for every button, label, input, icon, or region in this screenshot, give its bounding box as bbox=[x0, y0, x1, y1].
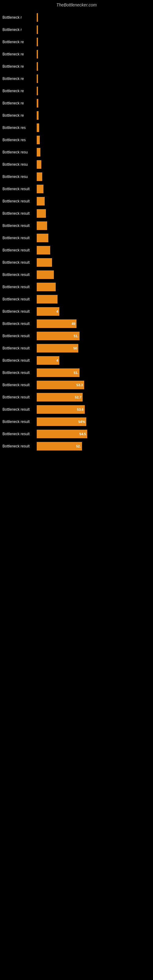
bar-label: Bottleneck result bbox=[0, 248, 37, 252]
bar-wrap bbox=[37, 99, 153, 108]
bar-row: Bottleneck re bbox=[0, 97, 153, 109]
bar-wrap: 53.3 bbox=[37, 381, 153, 389]
bar-label: Bottleneck result bbox=[0, 309, 37, 313]
bar bbox=[37, 197, 45, 205]
bar-wrap: 50 bbox=[37, 344, 153, 353]
bar-wrap: 51. bbox=[37, 368, 153, 377]
bar-wrap: 49 bbox=[37, 320, 153, 328]
bar bbox=[37, 38, 38, 46]
bar-label: Bottleneck result bbox=[0, 420, 37, 424]
bar-row: Bottleneck result49 bbox=[0, 318, 153, 329]
bar-label: Bottleneck result bbox=[0, 334, 37, 338]
bar-label: Bottleneck result bbox=[0, 199, 37, 204]
bar bbox=[37, 111, 38, 120]
bar-wrap bbox=[37, 209, 153, 218]
bar-row: Bottleneck result bbox=[0, 293, 153, 305]
bar bbox=[37, 283, 56, 291]
bar-row: Bottleneck res bbox=[0, 122, 153, 134]
bar: 52.7 bbox=[37, 393, 83, 401]
bar-row: Bottleneck res bbox=[0, 134, 153, 146]
bar-wrap bbox=[37, 234, 153, 242]
bar-wrap bbox=[37, 75, 153, 83]
bar-row: Bottleneck result bbox=[0, 232, 153, 244]
bar-row: Bottleneck r bbox=[0, 12, 153, 23]
bar-wrap bbox=[37, 13, 153, 22]
bar-row: Bottleneck result51. bbox=[0, 330, 153, 342]
bar-label: Bottleneck result bbox=[0, 187, 37, 191]
bar-wrap bbox=[37, 221, 153, 230]
bar-label: Bottleneck re bbox=[0, 76, 37, 81]
bar-value: 54% bbox=[77, 420, 85, 423]
bar-label: Bottleneck res bbox=[0, 138, 37, 142]
bar bbox=[37, 99, 38, 108]
bar-wrap bbox=[37, 38, 153, 46]
bar: 53.6 bbox=[37, 405, 85, 414]
bar bbox=[37, 258, 52, 267]
bar-wrap bbox=[37, 136, 153, 144]
bar-wrap bbox=[37, 123, 153, 132]
bar-label: Bottleneck res bbox=[0, 126, 37, 130]
bar bbox=[37, 234, 48, 242]
bar-label: Bottleneck result bbox=[0, 432, 37, 436]
bar-value: 51. bbox=[73, 371, 78, 375]
bar bbox=[37, 295, 57, 304]
bar-label: Bottleneck result bbox=[0, 260, 37, 265]
bar-value: 53.3 bbox=[75, 383, 83, 387]
bar-wrap bbox=[37, 172, 153, 181]
bar-wrap bbox=[37, 197, 153, 205]
bar-label: Bottleneck re bbox=[0, 52, 37, 56]
bar-wrap bbox=[37, 295, 153, 304]
bar-row: Bottleneck resu bbox=[0, 171, 153, 183]
bar-value: 52.7 bbox=[74, 395, 81, 399]
bar-value: 4 bbox=[55, 310, 58, 313]
bar-label: Bottleneck re bbox=[0, 40, 37, 44]
bar-row: Bottleneck result52. bbox=[0, 441, 153, 452]
bar-wrap bbox=[37, 25, 153, 34]
bar-row: Bottleneck result bbox=[0, 244, 153, 256]
bar-wrap: 4 bbox=[37, 307, 153, 316]
bar-wrap: 53.6 bbox=[37, 405, 153, 414]
bar-row: Bottleneck re bbox=[0, 36, 153, 48]
bar-label: Bottleneck resu bbox=[0, 175, 37, 179]
bar bbox=[37, 87, 38, 95]
bar: 4 bbox=[37, 307, 59, 316]
bar-row: Bottleneck result bbox=[0, 196, 153, 207]
bar-label: Bottleneck result bbox=[0, 272, 37, 277]
bar-row: Bottleneck result54.5 bbox=[0, 428, 153, 440]
bar bbox=[37, 246, 50, 255]
bar: 53.3 bbox=[37, 381, 84, 389]
bar-label: Bottleneck re bbox=[0, 101, 37, 105]
bar-wrap bbox=[37, 258, 153, 267]
bar-wrap bbox=[37, 111, 153, 120]
bar-label: Bottleneck r bbox=[0, 15, 37, 20]
bar: 51. bbox=[37, 332, 80, 340]
bar bbox=[37, 172, 42, 181]
bar-row: Bottleneck result bbox=[0, 220, 153, 232]
bar-label: Bottleneck resu bbox=[0, 162, 37, 167]
bar bbox=[37, 148, 40, 156]
bar-row: Bottleneck result53.3 bbox=[0, 379, 153, 391]
bar-wrap bbox=[37, 148, 153, 156]
bar-label: Bottleneck re bbox=[0, 64, 37, 68]
bar bbox=[37, 50, 38, 59]
bar-row: Bottleneck result bbox=[0, 183, 153, 195]
bar-wrap: 52. bbox=[37, 442, 153, 450]
bar: 51. bbox=[37, 368, 80, 377]
bar: 4 bbox=[37, 356, 59, 365]
site-title: TheBottlenecker.com bbox=[0, 0, 153, 9]
bar bbox=[37, 209, 46, 218]
bar-wrap bbox=[37, 270, 153, 279]
bar-label: Bottleneck result bbox=[0, 285, 37, 289]
bar-label: Bottleneck result bbox=[0, 297, 37, 301]
bar bbox=[37, 75, 38, 83]
bar-row: Bottleneck result51. bbox=[0, 367, 153, 379]
bar-row: Bottleneck result bbox=[0, 257, 153, 268]
bar-row: Bottleneck re bbox=[0, 85, 153, 97]
bar bbox=[37, 123, 39, 132]
bar bbox=[37, 136, 40, 144]
bar-row: Bottleneck result bbox=[0, 269, 153, 280]
bar-row: Bottleneck re bbox=[0, 60, 153, 72]
bar-label: Bottleneck r bbox=[0, 27, 37, 32]
bar-row: Bottleneck result50 bbox=[0, 342, 153, 354]
bar-wrap bbox=[37, 50, 153, 59]
